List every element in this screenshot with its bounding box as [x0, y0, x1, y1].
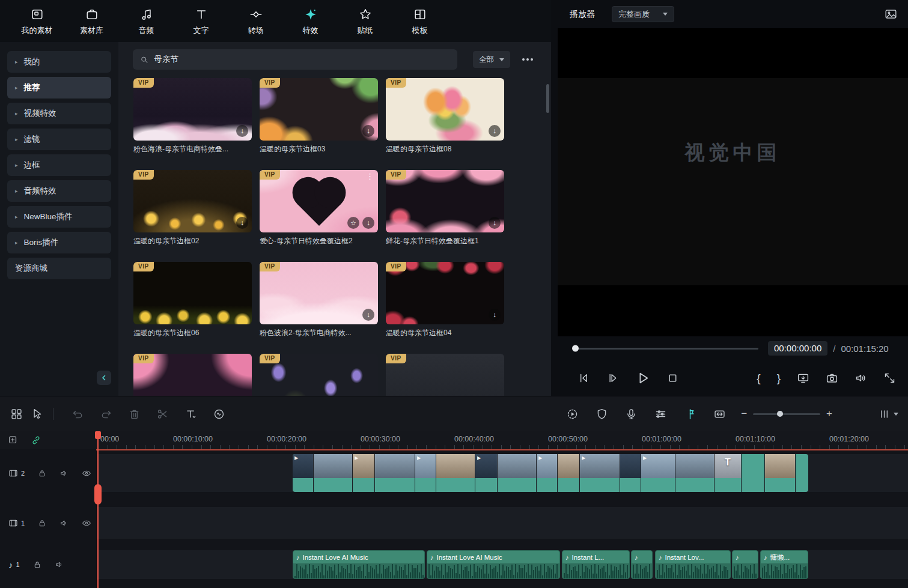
track-manager-button[interactable] [879, 408, 898, 420]
add-to-timeline-icon[interactable] [8, 435, 19, 446]
tab-stock-library[interactable]: 素材库 [64, 0, 119, 42]
video-clip-segment[interactable]: ▶ [293, 454, 313, 492]
video-clip-segment[interactable]: ▶ [475, 454, 497, 492]
sidebar-item-boris-plugin[interactable]: ▸Boris插件 [7, 232, 111, 253]
video-clip-segment[interactable] [675, 454, 714, 492]
mute-track-button[interactable] [55, 560, 64, 569]
play-button[interactable] [635, 371, 650, 386]
previous-frame-button[interactable] [577, 372, 590, 384]
effect-card[interactable]: VIP ↓ 温暖的母亲节边框08 [386, 78, 504, 154]
video-clip-segment[interactable]: ▶ [537, 454, 557, 492]
fit-timeline-button[interactable] [709, 404, 730, 424]
tab-transitions[interactable]: 转场 [228, 0, 283, 42]
tab-templates[interactable]: 模板 [392, 0, 447, 42]
sidebar-item-recommended[interactable]: ▸推荐 [7, 77, 111, 99]
voice-effect-button[interactable] [209, 404, 229, 424]
effect-card[interactable]: VIP ⋮ ☆ ↓ 爱心-母亲节日特效叠覆边框2 [260, 170, 378, 246]
video-track-clips[interactable]: ▶ ▶ ▶ ▶ ▶ ▶ ▶ T [293, 454, 808, 492]
audio-clip[interactable]: ♪ [631, 550, 653, 579]
effect-card[interactable]: VIP ↓ 温暖的母亲节边框04 [386, 262, 504, 338]
undo-button[interactable] [67, 404, 88, 424]
delete-button[interactable] [124, 404, 144, 424]
beat-detection-button[interactable] [680, 404, 700, 424]
download-icon[interactable]: ↓ [489, 125, 501, 137]
video-track-1-lane[interactable] [97, 507, 908, 539]
video-clip-segment[interactable] [314, 454, 352, 492]
seek-handle[interactable] [572, 345, 579, 352]
audio-clip[interactable]: ♪Instant L... [562, 550, 630, 579]
video-clip-segment[interactable]: ▶ [353, 454, 374, 492]
download-icon[interactable]: ↓ [362, 125, 374, 137]
download-icon[interactable]: ↓ [236, 125, 248, 137]
download-icon[interactable]: ↓ [362, 217, 374, 229]
sidebar-item-mine[interactable]: ▸我的 [7, 51, 111, 73]
snapshot-button[interactable] [826, 372, 838, 384]
effect-card[interactable]: VIP 温暖的母亲节边框06 [133, 262, 252, 338]
sidebar-item-resource-store[interactable]: 资源商城 [7, 258, 111, 279]
video-clip-segment[interactable] [436, 454, 475, 492]
tab-audio[interactable]: 音频 [119, 0, 174, 42]
zoom-slider-handle[interactable] [777, 411, 783, 417]
video-clip-segment[interactable] [796, 454, 808, 492]
title-clip-segment[interactable]: T [715, 454, 741, 492]
render-preview-button[interactable] [562, 404, 582, 424]
video-clip-segment[interactable] [558, 454, 579, 492]
volume-button[interactable] [855, 372, 867, 384]
effect-card[interactable]: VIP [260, 354, 378, 396]
sidebar-item-borders[interactable]: ▸边框 [7, 154, 111, 176]
redo-button[interactable] [96, 404, 116, 424]
effect-card[interactable]: VIP ↓ 粉色海浪-母亲节电商特效叠... [133, 78, 252, 154]
sidebar-item-video-effects[interactable]: ▸视频特效 [7, 103, 111, 124]
timeline-ruler[interactable]: 00:00 00:00:10:00 00:00:20:00 00:00:30:0… [0, 431, 908, 449]
seek-bar[interactable] [574, 348, 758, 350]
favorite-icon[interactable]: ☆ [347, 217, 359, 229]
stabilize-button[interactable] [591, 404, 612, 424]
sidebar-item-filters[interactable]: ▸滤镜 [7, 129, 111, 150]
audio-mixer-button[interactable] [650, 404, 671, 424]
playhead-cap[interactable] [95, 431, 101, 439]
video-clip-segment[interactable] [375, 454, 415, 492]
effect-card[interactable]: VIP ↓ 温暖的母亲节边框02 [133, 170, 252, 246]
tab-stickers[interactable]: 贴纸 [338, 0, 392, 42]
audio-clip[interactable]: ♪Instant Lov... [655, 550, 731, 579]
zoom-slider[interactable] [753, 413, 820, 415]
video-clip-segment[interactable]: ▶ [415, 454, 436, 492]
search-input[interactable] [154, 55, 450, 64]
lock-track-button[interactable] [37, 468, 47, 478]
sidebar-collapse-button[interactable] [97, 371, 111, 385]
split-button[interactable] [152, 404, 172, 424]
audio-clip[interactable]: ♪慵懒... [760, 550, 808, 579]
video-clip-segment[interactable]: ▶ [580, 454, 620, 492]
stop-button[interactable] [666, 372, 679, 384]
link-icon[interactable] [31, 435, 41, 446]
effect-card[interactable]: VIP ↓ 粉色波浪2-母亲节电商特效... [260, 262, 378, 338]
tab-effects[interactable]: 特效 [283, 0, 338, 42]
mute-track-button[interactable] [59, 518, 69, 528]
more-options-button[interactable] [519, 51, 537, 68]
download-icon[interactable]: ↓ [362, 309, 374, 321]
toggle-visibility-button[interactable] [82, 518, 91, 528]
mirror-display-button[interactable] [797, 372, 809, 384]
audio-clip[interactable]: ♪ [732, 550, 758, 579]
quality-dropdown[interactable]: 完整画质 [612, 6, 674, 22]
display-mode-button[interactable] [885, 8, 897, 20]
lock-track-button[interactable] [32, 560, 42, 569]
mark-in-button[interactable]: { [757, 372, 760, 384]
lock-track-button[interactable] [37, 518, 47, 528]
video-clip-segment[interactable] [742, 454, 764, 492]
effect-card[interactable]: VIP [133, 354, 252, 396]
video-clip-segment[interactable] [498, 454, 536, 492]
media-overview-button[interactable] [6, 404, 26, 424]
tab-my-media[interactable]: 我的素材 [10, 0, 64, 42]
playhead-handle[interactable] [94, 484, 102, 505]
tab-text[interactable]: 文字 [174, 0, 228, 42]
download-icon[interactable]: ↓ [489, 309, 501, 321]
playhead[interactable] [97, 431, 99, 588]
sidebar-item-newblue-plugin[interactable]: ▸NewBlue插件 [7, 206, 111, 228]
download-icon[interactable]: ↓ [489, 217, 501, 229]
text-tool-button[interactable] [180, 404, 201, 424]
voiceover-button[interactable] [621, 404, 641, 424]
select-tool-button[interactable] [26, 404, 47, 424]
effect-card[interactable]: VIP [386, 354, 504, 396]
next-frame-button[interactable] [606, 372, 619, 384]
